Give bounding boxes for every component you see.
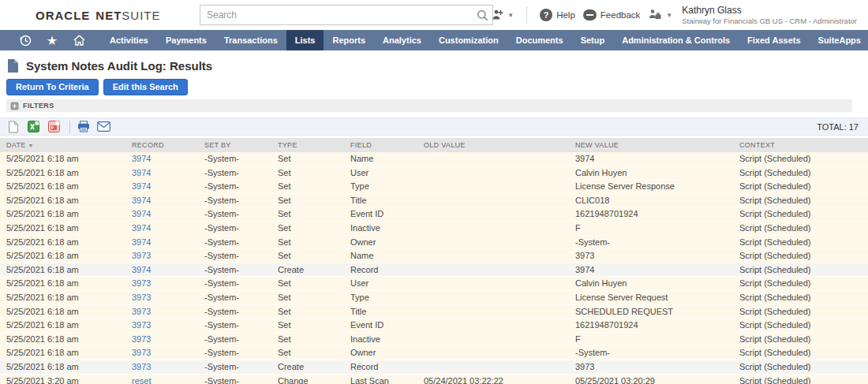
column-header-old_value[interactable]: OLD VALUE xyxy=(424,138,575,152)
record-link[interactable]: 3973 xyxy=(132,320,151,330)
cell-type: Set xyxy=(278,222,350,235)
column-header-set_by[interactable]: SET BY xyxy=(204,138,278,152)
print-icon[interactable] xyxy=(77,120,90,133)
cell-field: Inactive xyxy=(350,222,424,235)
table-row: 5/25/2021 6:18 am3973-System-SetInactive… xyxy=(0,333,868,347)
table-row: 5/25/2021 6:18 am3973-System-SetTitleSCH… xyxy=(0,305,868,319)
cell-context: Script (Scheduled) xyxy=(739,236,868,249)
record-link[interactable]: 3973 xyxy=(132,293,151,302)
expand-filters-icon xyxy=(10,102,19,110)
cell-new_value: 3974 xyxy=(575,152,739,166)
nav-item-customization[interactable]: Customization xyxy=(430,30,507,50)
cell-date: 5/25/2021 6:18 am xyxy=(0,333,132,346)
page-icon xyxy=(6,58,20,73)
pdf-export-icon[interactable] xyxy=(47,120,61,133)
cell-new_value: CLIC018 xyxy=(575,194,739,207)
cell-set_by: -System- xyxy=(204,360,278,374)
cell-record: 3973 xyxy=(132,305,204,319)
table-row: 5/25/2021 3:20 amreset-System-ChangeLast… xyxy=(0,375,868,384)
column-header-record[interactable]: RECORD xyxy=(132,138,204,152)
cell-record: 3973 xyxy=(132,291,204,304)
cell-context: Script (Scheduled) xyxy=(739,152,868,166)
record-link[interactable]: 3974 xyxy=(132,196,151,205)
column-header-field[interactable]: FIELD xyxy=(350,138,424,152)
nav-item-lists[interactable]: Lists xyxy=(286,30,324,50)
nav-item-activities[interactable]: Activities xyxy=(101,30,157,50)
cell-set_by: -System- xyxy=(204,222,278,235)
cell-context: Script (Scheduled) xyxy=(739,194,868,207)
record-link[interactable]: 3974 xyxy=(132,168,151,177)
help-menu[interactable]: ? Help xyxy=(540,9,575,21)
cell-type: Set xyxy=(278,236,350,249)
nav-item-payments[interactable]: Payments xyxy=(157,30,215,50)
nav-item-analytics[interactable]: Analytics xyxy=(374,30,430,50)
record-link[interactable]: 3973 xyxy=(132,307,151,316)
shortcuts-icon[interactable]: ★ xyxy=(39,30,65,50)
cell-date: 5/25/2021 6:18 am xyxy=(0,319,132,332)
email-icon[interactable] xyxy=(97,120,110,133)
edit-this-search-button[interactable]: Edit this Search xyxy=(103,79,188,95)
cell-record: 3974 xyxy=(132,236,204,249)
nav-item-reports[interactable]: Reports xyxy=(324,30,374,50)
record-link[interactable]: 3973 xyxy=(132,251,151,260)
top-right-menu: ▼ ? Help Feedback ▼ Kathryn Glass Stairw… xyxy=(491,0,857,30)
record-link[interactable]: 3974 xyxy=(132,154,151,163)
feedback-menu[interactable]: Feedback xyxy=(583,9,641,21)
cell-date: 5/25/2021 6:18 am xyxy=(0,360,132,374)
cell-set_by: -System- xyxy=(204,166,278,180)
cell-new_value: -System- xyxy=(575,236,739,249)
column-header-new_value[interactable]: NEW VALUE xyxy=(575,138,739,152)
cell-type: Set xyxy=(278,152,350,166)
filters-bar[interactable]: FILTERS xyxy=(6,99,852,112)
table-row: 5/25/2021 6:18 am3973-System-CreateRecor… xyxy=(0,360,868,375)
cell-type: Change xyxy=(278,375,350,384)
record-link[interactable]: reset xyxy=(132,376,151,384)
user-block[interactable]: Kathryn Glass Stairway for Financials GB… xyxy=(682,5,857,25)
sort-desc-icon: ▼ xyxy=(28,143,34,148)
column-header-date[interactable]: DATE▼ xyxy=(0,138,132,152)
cell-new_value: -System- xyxy=(575,346,739,360)
excel-export-icon[interactable] xyxy=(27,120,40,133)
table-row: 5/25/2021 6:18 am3973-System-SetEvent ID… xyxy=(0,319,868,333)
column-header-context[interactable]: CONTEXT xyxy=(739,138,868,152)
column-header-type[interactable]: TYPE xyxy=(278,138,350,152)
cell-new_value: SCHEDULED REQUEST xyxy=(575,305,739,319)
search-icon[interactable] xyxy=(472,9,492,21)
record-link[interactable]: 3973 xyxy=(132,348,151,357)
nav-item-fixed-assets[interactable]: Fixed Assets xyxy=(739,30,809,50)
nav-item-administration-controls[interactable]: Administration & Controls xyxy=(613,30,739,50)
csv-export-icon[interactable] xyxy=(6,120,20,133)
nav-item-documents[interactable]: Documents xyxy=(507,30,572,50)
cell-new_value: F xyxy=(575,333,739,346)
cell-date: 5/25/2021 6:18 am xyxy=(0,194,132,207)
record-link[interactable]: 3974 xyxy=(132,265,151,274)
cell-record: 3974 xyxy=(132,152,204,166)
cell-old_value xyxy=(424,277,575,290)
cell-set_by: -System- xyxy=(204,194,278,207)
record-link[interactable]: 3973 xyxy=(132,362,151,371)
create-new-menu[interactable]: ▼ xyxy=(491,9,514,21)
record-link[interactable]: 3974 xyxy=(132,223,151,233)
roles-menu[interactable]: ▼ xyxy=(648,9,672,22)
cell-date: 5/25/2021 6:18 am xyxy=(0,346,132,360)
record-link[interactable]: 3974 xyxy=(132,209,151,218)
record-link[interactable]: 3973 xyxy=(132,334,151,344)
cell-new_value: Calvin Huyen xyxy=(575,166,739,180)
cell-record: 3974 xyxy=(132,194,204,207)
record-link[interactable]: 3973 xyxy=(132,278,151,288)
home-icon[interactable] xyxy=(66,30,92,50)
nav-item-transactions[interactable]: Transactions xyxy=(215,30,286,50)
search-input[interactable] xyxy=(200,9,472,21)
cell-type: Set xyxy=(278,207,350,221)
record-link[interactable]: 3974 xyxy=(132,237,151,247)
return-to-criteria-button[interactable]: Return To Criteria xyxy=(6,79,99,95)
nav-item-setup[interactable]: Setup xyxy=(572,30,614,50)
cell-date: 5/25/2021 6:18 am xyxy=(0,263,132,277)
cell-record: 3973 xyxy=(132,360,204,374)
nav-item-suiteapps[interactable]: SuiteApps xyxy=(810,30,868,50)
main-nav: ★ ActivitiesPaymentsTransactionsListsRep… xyxy=(0,30,868,50)
record-link[interactable]: 3974 xyxy=(132,181,151,191)
recent-records-icon[interactable] xyxy=(13,30,38,50)
cell-old_value xyxy=(424,207,575,221)
user-name: Kathryn Glass xyxy=(682,5,857,16)
